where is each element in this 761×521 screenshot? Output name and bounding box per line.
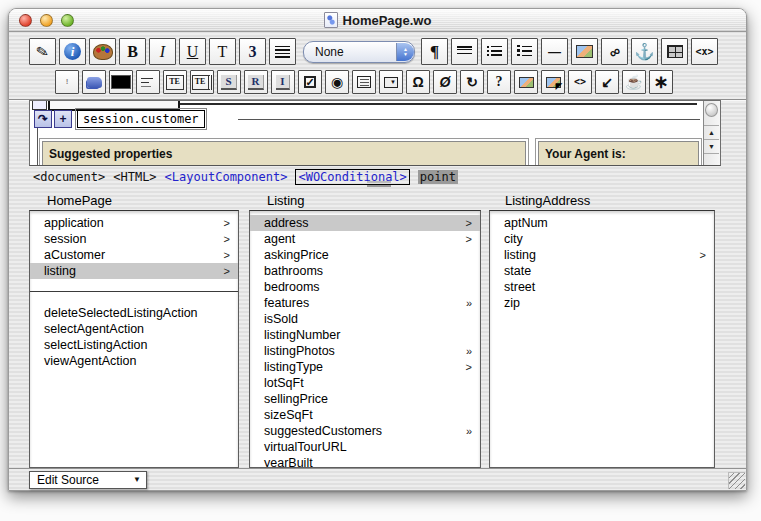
- table-button[interactable]: [661, 38, 688, 65]
- swatch-button[interactable]: [109, 70, 133, 94]
- info-button[interactable]: i: [59, 38, 86, 65]
- underline-button[interactable]: U: [179, 38, 206, 65]
- refresh-button[interactable]: ↻: [460, 70, 484, 94]
- conditional-arrow-icon[interactable]: ↷: [34, 110, 52, 128]
- help-button[interactable]: ?: [487, 70, 511, 94]
- active-image-button[interactable]: [541, 70, 565, 94]
- list-item[interactable]: isSold: [250, 311, 480, 327]
- input-button[interactable]: I: [271, 70, 295, 94]
- list-item[interactable]: [30, 279, 238, 305]
- list-item[interactable]: features»: [250, 295, 480, 311]
- submit-button[interactable]: S: [217, 70, 241, 94]
- edit-source-popup[interactable]: Edit Source ▼: [29, 471, 147, 489]
- active-image-icon: [546, 77, 561, 88]
- list-item[interactable]: street: [490, 279, 714, 295]
- conditional-top-rule: [238, 119, 700, 120]
- list-item[interactable]: virtualTourURL: [250, 439, 480, 455]
- list-button[interactable]: [352, 70, 376, 94]
- scrollbar-thumb[interactable]: [705, 103, 718, 117]
- list-item[interactable]: application>: [30, 215, 238, 231]
- heading3-button[interactable]: 3: [239, 38, 266, 65]
- java-button[interactable]: ☕: [622, 70, 646, 94]
- list-item[interactable]: bathrooms: [250, 263, 480, 279]
- list-item[interactable]: listingNumber: [250, 327, 480, 343]
- path-crumb[interactable]: <HTML>: [113, 170, 156, 184]
- validate-button[interactable]: ✎: [29, 38, 56, 65]
- image-button[interactable]: [571, 38, 598, 65]
- list-item[interactable]: selectAgentAction: [30, 321, 238, 337]
- list-item[interactable]: city: [490, 231, 714, 247]
- list-item[interactable]: sellingPrice: [250, 391, 480, 407]
- path-crumb[interactable]: <document>: [33, 170, 105, 184]
- path-crumb[interactable]: <WOConditional>: [295, 169, 409, 185]
- text-area-button[interactable]: TE: [190, 70, 214, 94]
- list-item[interactable]: agent>: [250, 231, 480, 247]
- justify-button[interactable]: [269, 38, 296, 65]
- popup-button[interactable]: ▼: [379, 70, 403, 94]
- link-button[interactable]: ∞: [601, 38, 628, 65]
- editor-canvas[interactable]: ↷ + session.customer Suggested propertie…: [30, 101, 703, 165]
- scroll-up-icon[interactable]: ▲: [704, 125, 719, 139]
- paragraph-style-popup[interactable]: None ▲▼: [303, 41, 415, 63]
- list-item[interactable]: selectListingAction: [30, 337, 238, 353]
- list-item[interactable]: session>: [30, 231, 238, 247]
- browser-button[interactable]: Ω: [406, 70, 430, 94]
- list-item[interactable]: aptNum: [490, 215, 714, 231]
- list-item[interactable]: listing>: [30, 263, 238, 279]
- hyperlink-button[interactable]: Ø: [433, 70, 457, 94]
- list-item[interactable]: sizeSqFt: [250, 407, 480, 423]
- title-bar[interactable]: HomePage.wo: [9, 9, 746, 32]
- resize-grip[interactable]: [728, 472, 745, 489]
- asterisk-button[interactable]: ∗: [649, 70, 673, 94]
- list-item[interactable]: state: [490, 263, 714, 279]
- list-item[interactable]: listing>: [490, 247, 714, 263]
- format-lines-button[interactable]: [451, 38, 478, 65]
- table-cell-your-agent[interactable]: Your Agent is:: [538, 141, 699, 165]
- numbered-list-button[interactable]: [511, 38, 538, 65]
- anchor-button[interactable]: ⚓: [631, 38, 658, 65]
- tag-button[interactable]: <>: [568, 70, 592, 94]
- bold-button[interactable]: B: [119, 38, 146, 65]
- bullet-list-button[interactable]: [481, 38, 508, 65]
- hrule-button[interactable]: —: [541, 38, 568, 65]
- conditional-binding-label[interactable]: session.customer: [77, 110, 205, 128]
- reset-button[interactable]: R: [244, 70, 268, 94]
- palette-button[interactable]: [89, 38, 116, 65]
- wo-element-button[interactable]: [82, 70, 106, 94]
- item-label: agent: [264, 231, 295, 247]
- warning-button[interactable]: !: [55, 70, 79, 94]
- checkbox-button[interactable]: ✓: [298, 70, 322, 94]
- path-crumb[interactable]: <LayoutComponent>: [165, 170, 288, 184]
- text-button[interactable]: T: [209, 38, 236, 65]
- markup-button[interactable]: <x>: [691, 38, 718, 65]
- list-item[interactable]: address>: [250, 215, 480, 231]
- editor-scrollbar[interactable]: ▲ ▼: [703, 101, 720, 165]
- list-item[interactable]: deleteSelectedListingAction: [30, 305, 238, 321]
- list-item[interactable]: yearBuilt: [250, 455, 480, 468]
- form-button[interactable]: [136, 70, 160, 94]
- list-item[interactable]: listingPhotos»: [250, 343, 480, 359]
- zoom-button[interactable]: [61, 14, 74, 27]
- conditional-add-icon[interactable]: +: [54, 110, 72, 128]
- radio-button[interactable]: ◉: [325, 70, 349, 94]
- list-item[interactable]: lotSqFt: [250, 375, 480, 391]
- list-item[interactable]: zip: [490, 295, 714, 311]
- item-label: city: [504, 231, 523, 247]
- pilcrow-button[interactable]: ¶: [421, 38, 448, 65]
- close-button[interactable]: [19, 14, 32, 27]
- component-button[interactable]: ↙: [595, 70, 619, 94]
- table-cell-suggested-properties[interactable]: Suggested properties: [42, 141, 526, 165]
- list-item[interactable]: aCustomer>: [30, 247, 238, 263]
- list-item[interactable]: suggestedCustomers»: [250, 423, 480, 439]
- list-item[interactable]: listingType>: [250, 359, 480, 375]
- text-field-button[interactable]: TE: [163, 70, 187, 94]
- minimize-button[interactable]: [40, 14, 53, 27]
- splitter-grip[interactable]: [367, 181, 391, 187]
- list-item[interactable]: bedrooms: [250, 279, 480, 295]
- path-crumb[interactable]: point: [418, 170, 458, 184]
- scroll-down-icon[interactable]: ▼: [704, 139, 719, 154]
- list-item[interactable]: viewAgentAction: [30, 353, 238, 369]
- image-small-button[interactable]: [514, 70, 538, 94]
- italic-button[interactable]: I: [149, 38, 176, 65]
- list-item[interactable]: askingPrice: [250, 247, 480, 263]
